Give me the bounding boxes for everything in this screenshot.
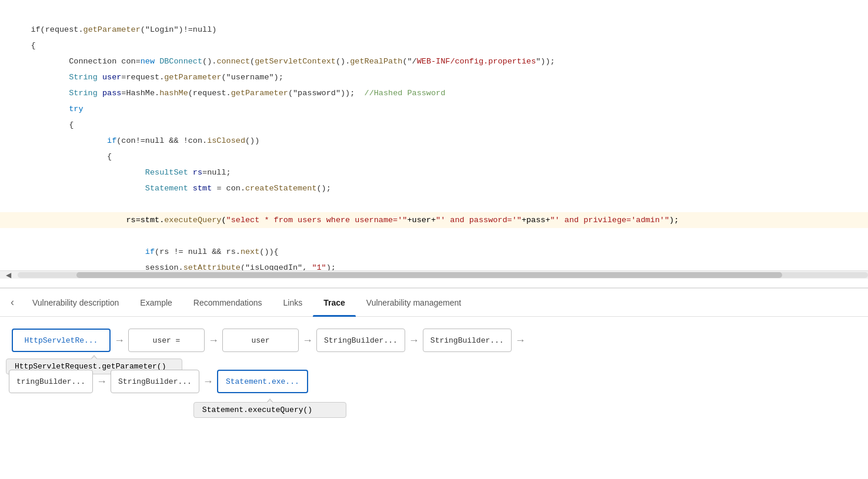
flow-arrow-3: → [302,334,313,347]
flow-arrow-4: → [409,334,419,347]
flow-node-partial[interactable]: tringBuilder... [9,370,93,393]
flow-node-httpservlet[interactable]: HttpServletRe... [12,329,111,352]
bottom-panel: ‹ Vulnerability description Example Reco… [0,288,868,453]
flow-row-2: tringBuilder... → StringBuilder... → Sta… [12,370,856,393]
flow-node-stringbuilder-1[interactable]: StringBuilder... [316,329,405,352]
tab-vulnerability-management[interactable]: Vulnerability management [356,289,472,317]
flow-arrow-6: → [96,376,107,388]
trace-content: HttpServletRe... HttpServletRequest.getP… [0,317,868,453]
tab-trace[interactable]: Trace [313,289,356,317]
tab-vulnerability-description[interactable]: Vulnerability description [22,289,129,317]
flow-node-user[interactable]: user [222,329,299,352]
tab-back-button[interactable]: ‹ [6,296,19,309]
tab-example[interactable]: Example [129,289,182,317]
scroll-left-arrow[interactable]: ◀ [6,271,11,279]
flow-arrow-7: → [203,376,213,388]
flow-node-stringbuilder-3[interactable]: StringBuilder... [111,370,199,393]
flow-node-user-assign[interactable]: user = [128,329,205,352]
flow-arrow-5: → [515,334,526,347]
tabs-bar: ‹ Vulnerability description Example Reco… [0,289,868,317]
flow-arrow-1: → [114,334,125,347]
flow-arrow-2: → [208,334,219,347]
code-area: if(request.getParameter("Login")!=null) … [0,0,868,288]
tooltip-statement: Statement.executeQuery() [193,402,346,418]
tab-recommendations[interactable]: Recommendations [183,289,273,317]
tab-links[interactable]: Links [273,289,313,317]
flow-node-statement-exe[interactable]: Statement.exe... [217,370,308,393]
flow-node-stringbuilder-2[interactable]: StringBuilder... [423,329,512,352]
flow-row-1: HttpServletRe... HttpServletRequest.getP… [12,329,856,352]
code-block: if(request.getParameter("Login")!=null) … [0,0,868,270]
